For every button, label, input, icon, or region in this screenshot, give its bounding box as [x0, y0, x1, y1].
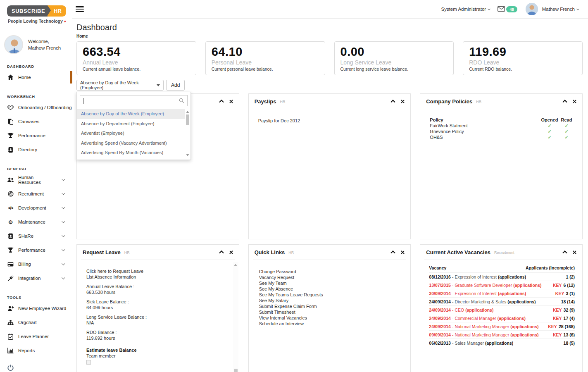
vacancy-row[interactable]: 09/09/2014-National Marketing Manager(ap… [429, 330, 575, 339]
sidebar-item-maintenance[interactable]: ⚙ Maintenance [0, 215, 72, 229]
quick-link[interactable]: Schedule an Interview [259, 321, 400, 327]
add-widget-button[interactable]: Add [166, 80, 185, 91]
breadcrumb[interactable]: Home [76, 34, 583, 38]
role-dropdown[interactable]: System Administrator [441, 7, 490, 12]
payslip-link[interactable]: Payslip for Dec 2012 [258, 118, 401, 123]
subscribehr-logo[interactable]: SUBSCRiBE HR [7, 5, 72, 17]
contact-book-icon [7, 147, 14, 153]
close-widget-icon[interactable] [401, 250, 405, 254]
sidebar-item-new-employee-wizard[interactable]: New Employee Wizard [0, 301, 72, 315]
collapse-widget-icon[interactable] [390, 250, 395, 254]
sidebar-item-label: Canvases [18, 119, 39, 124]
dropdown-option[interactable]: Adventist (Employee) [77, 129, 185, 138]
scroll-up-arrow-icon[interactable] [234, 264, 237, 266]
sidebar-item-reports[interactable]: Reports [0, 343, 72, 358]
vacancy-row[interactable]: 06/02/2013-Sales Manager(applications) 1… [429, 339, 575, 347]
dropdown-option[interactable]: Advertising Spend (Vacancy Advertisment) [77, 138, 185, 148]
sidebar-item-label: Performance [18, 248, 45, 253]
mail-count-badge: 48 [506, 6, 517, 12]
vacancy-row[interactable]: 24/09/2014-National Marketing Manager(ap… [429, 322, 575, 330]
quick-link[interactable]: Submit Expense Claim Form [259, 303, 400, 309]
quick-link[interactable]: Change Password [259, 269, 400, 274]
quick-link[interactable]: See My Team [259, 280, 400, 286]
hamburger-menu-icon[interactable] [76, 5, 84, 14]
vacancy-row[interactable]: 24/09/2014-CEO(applications) KEY32 (9) [429, 305, 575, 314]
dropdown-option[interactable]: Absence by Department (Employee) [77, 119, 185, 129]
collapse-widget-icon[interactable] [219, 250, 224, 254]
dropdown-scrollbar[interactable] [185, 110, 190, 157]
dropdown-option[interactable]: Absence by Day of the Week (Employee) [77, 109, 185, 119]
page-title: Dashboard [76, 23, 583, 32]
vacancy-row[interactable]: 08/12/2016-Expression of Interest(applic… [429, 272, 575, 281]
section-label-general: GENERAL [7, 167, 72, 171]
sidebar-item-onboarding-offboarding[interactable]: Onboarding / Offboarding [0, 100, 72, 114]
quick-link[interactable]: See My Absence [259, 286, 400, 292]
widget-payslips: Payslips HR Payslip for Dec 2012 [248, 93, 411, 239]
quick-link[interactable]: See My Salary [259, 298, 400, 303]
mail-button[interactable]: 48 [498, 6, 517, 12]
collapse-widget-icon[interactable] [562, 250, 567, 254]
widget-tag: HR [288, 250, 294, 255]
column-header-read: Read [559, 117, 574, 123]
scrollbar-thumb[interactable] [186, 114, 189, 125]
sidebar-item-performance-general[interactable]: Performance [0, 243, 72, 257]
vacancy-row[interactable]: 24/09/2014-Director Marketing & Sales(ap… [429, 297, 575, 305]
close-widget-icon[interactable] [229, 250, 233, 254]
sidebar-item-integration[interactable]: Integration [0, 271, 72, 285]
widget-tag: HR [124, 250, 130, 255]
chevron-down-icon [62, 248, 65, 251]
check-icon: ✓ [540, 123, 559, 129]
dropdown-option[interactable]: Advertising Spend By Month (Vacancies) [77, 148, 185, 158]
sidebar-item-home[interactable]: Home [0, 70, 72, 84]
scrollbar-thumb[interactable] [234, 369, 238, 372]
sidebar-item-canvases[interactable]: Canvases [0, 114, 72, 129]
sidebar-item-share[interactable]: SHaRe [0, 229, 72, 243]
request-leave-link[interactable]: Click here to Request Leave [86, 268, 229, 274]
collapse-widget-icon[interactable] [562, 100, 567, 103]
stat-cards: 663.54 Annual Leave Current annual leave… [76, 41, 583, 75]
dropdown-search-input[interactable] [80, 95, 188, 106]
close-widget-icon[interactable] [573, 250, 576, 254]
quick-link[interactable]: Vacancy Request [259, 274, 400, 280]
team-member-label: Team member [86, 353, 229, 359]
widget-select[interactable]: Absence by Day of the Week (Employee) [76, 80, 164, 91]
scroll-down-arrow-icon[interactable] [186, 154, 189, 156]
close-widget-icon[interactable] [573, 100, 576, 103]
avatar[interactable] [526, 3, 538, 15]
balance-annual: Annual Leave Balance : 663.538 hours [86, 284, 229, 295]
heart-icon: ♥ [64, 19, 66, 24]
trophy-icon [7, 133, 14, 138]
quick-link[interactable]: See My Teams Leave Requests [259, 292, 400, 298]
topbar: System Administrator 48 Mathew French [72, 0, 588, 19]
chevron-down-icon [62, 262, 65, 265]
sidebar-item-billing[interactable]: Billing [0, 257, 72, 271]
user-menu[interactable]: Mathew French [542, 7, 579, 12]
balance-rdo: RDO Balance : 119.692 hours [86, 329, 229, 341]
logout-power-button[interactable] [7, 364, 72, 372]
sidebar: SUBSCRiBE HR People Loving Technology ♥ … [0, 0, 72, 372]
close-widget-icon[interactable] [401, 100, 405, 103]
sidebar-item-leave-planner[interactable]: Leave Planner [0, 329, 72, 343]
close-widget-icon[interactable] [229, 100, 233, 103]
list-absence-link[interactable]: List Absence Information [86, 274, 229, 280]
vacancy-row[interactable]: 30/09/2014-Expression of Interest(applic… [429, 289, 575, 297]
sidebar-item-recruitment[interactable]: Recruitment [0, 187, 72, 201]
balance-sick: Sick Leave Balance : 64.099 hours [86, 299, 229, 310]
sidebar-item-human-resources[interactable]: Human Resources [0, 173, 72, 187]
sidebar-item-development[interactable]: </> Development [0, 201, 72, 215]
team-member-checkbox[interactable] [86, 360, 91, 365]
quick-link[interactable]: View Internal Vacancies [259, 315, 400, 321]
sidebar-item-label: Integration [18, 276, 40, 281]
request-leave-scrollbar[interactable] [233, 262, 238, 372]
sidebar-item-directory[interactable]: Directory [0, 143, 72, 157]
sidebar-item-label: New Employee Wizard [18, 306, 66, 311]
collapse-widget-icon[interactable] [390, 100, 395, 103]
collapse-widget-icon[interactable] [219, 100, 224, 103]
scroll-up-arrow-icon[interactable] [186, 111, 189, 113]
sidebar-item-performance[interactable]: Performance [0, 129, 72, 143]
sidebar-item-label: Onboarding / Offboarding [18, 105, 72, 110]
vacancy-row[interactable]: 13/07/2015-Graduate Software Developer(a… [429, 281, 575, 289]
quick-link[interactable]: Submit Timesheet [259, 309, 400, 315]
vacancy-row[interactable]: 24/09/2014-Commercial Manager(applicatio… [429, 314, 575, 322]
sidebar-item-orgchart[interactable]: Orgchart [0, 315, 72, 329]
